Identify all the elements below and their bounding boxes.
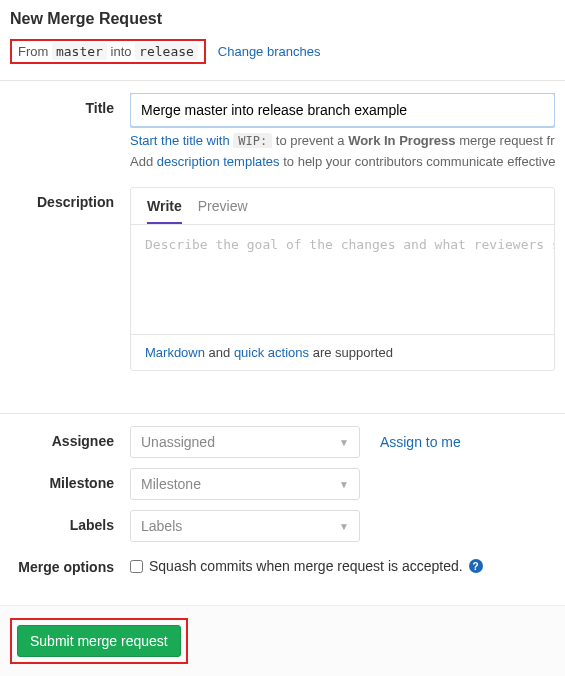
- tpl-hint-pre: Add: [130, 154, 157, 169]
- quick-actions-link[interactable]: quick actions: [234, 345, 309, 360]
- help-icon[interactable]: ?: [469, 559, 483, 573]
- milestone-value: Milestone: [141, 476, 201, 492]
- description-editor: Write Preview Describe the goal of the c…: [130, 187, 555, 371]
- wip-hint-link[interactable]: Start the title with: [130, 133, 233, 148]
- chevron-down-icon: ▼: [339, 437, 349, 448]
- assignee-row: Assignee Unassigned ▼ Assign to me: [0, 426, 565, 458]
- page-title: New Merge Request: [0, 0, 565, 36]
- wip-bold: Work In Progress: [348, 133, 455, 148]
- submit-highlight: Submit merge request: [10, 618, 188, 664]
- merge-options-label: Merge options: [10, 552, 130, 575]
- change-branches-link[interactable]: Change branches: [218, 44, 321, 59]
- labels-row: Labels Labels ▼: [0, 510, 565, 542]
- branch-from-text: From: [18, 44, 52, 59]
- footer-and: and: [205, 345, 234, 360]
- description-row: Description Write Preview Describe the g…: [0, 187, 565, 371]
- description-footer: Markdown and quick actions are supported: [131, 334, 554, 370]
- submit-area: Submit merge request: [0, 605, 565, 676]
- tpl-hint-post: to help your contributors communicate ef…: [280, 154, 555, 169]
- title-hint-wip: Start the title with WIP: to prevent a W…: [130, 133, 555, 148]
- milestone-row: Milestone Milestone ▼: [0, 468, 565, 500]
- merge-options-row: Merge options Squash commits when merge …: [0, 552, 565, 575]
- divider: [0, 80, 565, 81]
- chevron-down-icon: ▼: [339, 479, 349, 490]
- description-tabs: Write Preview: [131, 188, 554, 224]
- assignee-select[interactable]: Unassigned ▼: [130, 426, 360, 458]
- wip-code: WIP:: [233, 133, 272, 148]
- milestone-select[interactable]: Milestone ▼: [130, 468, 360, 500]
- title-row: Title Start the title with WIP: to preve…: [0, 93, 565, 169]
- squash-label: Squash commits when merge request is acc…: [149, 558, 463, 574]
- labels-select[interactable]: Labels ▼: [130, 510, 360, 542]
- footer-tail: are supported: [309, 345, 393, 360]
- description-label: Description: [10, 187, 130, 371]
- tab-write[interactable]: Write: [147, 198, 182, 224]
- squash-checkbox[interactable]: [130, 560, 143, 573]
- branch-summary-row: From master into release Change branches: [0, 36, 565, 74]
- title-input[interactable]: [130, 93, 555, 127]
- divider: [0, 413, 565, 414]
- title-label: Title: [10, 93, 130, 169]
- wip-hint-mid: to prevent a: [272, 133, 348, 148]
- assignee-value: Unassigned: [141, 434, 215, 450]
- desc-templates-link[interactable]: description templates: [157, 154, 280, 169]
- branch-into-text: into: [107, 44, 135, 59]
- assign-to-me-link[interactable]: Assign to me: [380, 434, 461, 450]
- wip-hint-tail: merge request from be: [456, 133, 555, 148]
- source-branch: master: [52, 43, 107, 60]
- labels-value: Labels: [141, 518, 182, 534]
- branch-info: From master into release: [10, 39, 206, 64]
- submit-merge-request-button[interactable]: Submit merge request: [17, 625, 181, 657]
- tab-preview[interactable]: Preview: [198, 198, 248, 224]
- title-hint-templates: Add description templates to help your c…: [130, 154, 555, 169]
- target-branch: release: [135, 43, 198, 60]
- labels-label: Labels: [10, 510, 130, 542]
- milestone-label: Milestone: [10, 468, 130, 500]
- description-textarea[interactable]: Describe the goal of the changes and wha…: [131, 224, 554, 334]
- assignee-label: Assignee: [10, 426, 130, 458]
- chevron-down-icon: ▼: [339, 521, 349, 532]
- markdown-link[interactable]: Markdown: [145, 345, 205, 360]
